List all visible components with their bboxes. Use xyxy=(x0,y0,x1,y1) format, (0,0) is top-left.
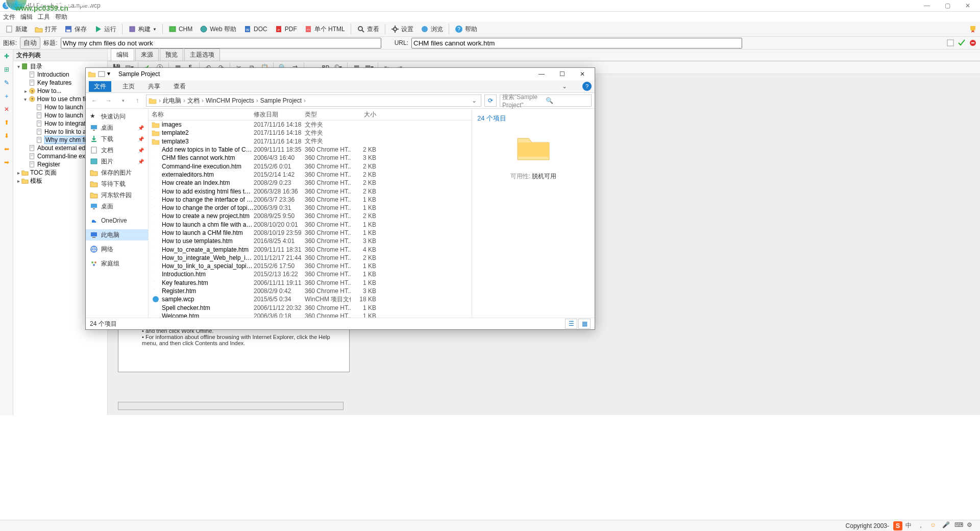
lbtn-delete[interactable]: ✕ xyxy=(2,105,11,114)
ribbon-共享[interactable]: 共享 xyxy=(146,81,162,92)
file-row[interactable]: template32017/11/16 14:18文件夹 xyxy=(149,137,472,146)
file-row[interactable]: Command-line execution.htm2015/2/6 0:013… xyxy=(149,162,472,170)
file-row[interactable]: How create an Index.htm2008/2/9 0:23360 … xyxy=(149,179,472,187)
nav-保存的图片[interactable]: 保存的图片 xyxy=(86,167,148,178)
file-row[interactable]: Welcome.htm2006/3/6 0:18360 Chrome HT...… xyxy=(149,312,472,318)
file-row[interactable]: How to launch a chm file with a speci...… xyxy=(149,221,472,229)
tb-new[interactable]: 新建 xyxy=(2,24,31,35)
col-size[interactable]: 大小 xyxy=(351,110,381,119)
tab-预览[interactable]: 预览 xyxy=(160,49,183,61)
lbtn-down[interactable]: ⬇ xyxy=(2,131,11,140)
explorer-navpane[interactable]: ★快速访问桌面📌下载📌文档📌图片📌保存的图片等待下载河东软件园桌面OneDriv… xyxy=(86,109,149,318)
maximize-button[interactable]: ▢ xyxy=(937,1,958,11)
file-row[interactable]: Add new topics in to Table of Conten...2… xyxy=(149,146,472,154)
nav-OneDrive[interactable]: OneDrive xyxy=(86,215,148,226)
explorer-max-button[interactable]: ☐ xyxy=(552,68,572,80)
nav-history-button[interactable]: ▾ xyxy=(117,95,129,106)
explorer-qat-icon[interactable] xyxy=(97,70,106,78)
nav-图片[interactable]: 图片📌 xyxy=(86,156,148,167)
menu-帮助[interactable]: 帮助 xyxy=(55,13,67,21)
files-header[interactable]: 名称 修改日期 类型 大小 xyxy=(149,109,472,120)
tray-mic-icon[interactable]: 🎤 xyxy=(942,521,951,530)
tb-save[interactable]: 保存 xyxy=(61,24,90,35)
refresh-button[interactable]: ⟳ xyxy=(484,94,497,107)
ribbon-查看[interactable]: 查看 xyxy=(172,81,188,92)
tray-keyboard-icon[interactable]: ⌨ xyxy=(954,521,964,530)
title-input[interactable] xyxy=(61,38,381,49)
ribbon-主页[interactable]: 主页 xyxy=(120,81,137,92)
nav-quick-access[interactable]: ★快速访问 xyxy=(86,111,148,122)
ribbon-文件[interactable]: 文件 xyxy=(89,81,111,92)
file-row[interactable]: How to change the order of topics.ht...2… xyxy=(149,204,472,212)
file-row[interactable]: How_to_create_a_template.htm2009/11/11 1… xyxy=(149,245,472,253)
file-row[interactable]: Introduction.htm2015/2/13 16:22360 Chrom… xyxy=(149,270,472,278)
breadcrumb[interactable]: ›此电脑›文档›WinCHM Projects›Sample Project›⌄ xyxy=(146,94,481,107)
col-type[interactable]: 类型 xyxy=(305,110,351,119)
tray-emoji-icon[interactable]: ☺ xyxy=(930,521,939,530)
tab-主题选项[interactable]: 主题选项 xyxy=(184,49,220,61)
nav-河东软件园[interactable]: 河东软件园 xyxy=(86,189,148,201)
nav-家庭组[interactable]: 家庭组 xyxy=(86,258,148,269)
nav-此电脑[interactable]: 此电脑 xyxy=(86,229,148,240)
explorer-titlebar[interactable]: ▾ Sample Project — ☐ ✕ xyxy=(86,68,595,80)
file-row[interactable]: How to create a new project.htm2008/9/25… xyxy=(149,212,472,220)
file-row[interactable]: How to use templates.htm2016/8/25 4:0136… xyxy=(149,237,472,245)
explorer-close-button[interactable]: ✕ xyxy=(572,68,593,80)
nav-文档[interactable]: 文档📌 xyxy=(86,144,148,156)
tray-settings-icon[interactable]: ⚙ xyxy=(967,521,976,530)
lbtn-left[interactable]: ⬅ xyxy=(2,144,11,154)
tb-settings[interactable]: 设置 xyxy=(388,24,416,35)
tray-ime-icon[interactable]: 中 xyxy=(905,521,915,530)
crumb-segment[interactable]: Sample Project xyxy=(260,97,302,104)
tray-sogou-icon[interactable]: S xyxy=(893,521,902,530)
explorer-min-button[interactable]: — xyxy=(531,68,552,80)
tb-run[interactable]: 运行 xyxy=(91,24,119,35)
lbtn-up[interactable]: ⬆ xyxy=(2,118,11,127)
tb-build[interactable]: 构建 ▼ xyxy=(125,24,160,35)
nav-桌面[interactable]: 桌面 xyxy=(86,201,148,212)
file-row[interactable]: CHM files cannot work.htm2006/4/3 16:403… xyxy=(149,154,472,162)
nav-网络[interactable]: 网络 xyxy=(86,244,148,255)
file-row[interactable]: template22017/11/16 14:18文件夹 xyxy=(149,129,472,137)
nav-back-button[interactable]: ← xyxy=(89,95,100,106)
tb-open[interactable]: 打开 xyxy=(32,24,60,35)
view-icons-button[interactable]: ▦ xyxy=(578,319,591,329)
url-cancel-icon[interactable] xyxy=(969,39,977,47)
menu-工具[interactable]: 工具 xyxy=(38,13,50,21)
minimize-button[interactable]: — xyxy=(917,1,937,11)
url-file-icon[interactable] xyxy=(946,39,954,47)
file-row[interactable]: How_to_link_to_a_special_topic_in_We...2… xyxy=(149,262,472,270)
menu-编辑[interactable]: 编辑 xyxy=(20,13,33,21)
tray-punct-icon[interactable]: ， xyxy=(918,521,927,530)
url-input[interactable] xyxy=(411,38,742,49)
ribbon-help-icon[interactable]: ? xyxy=(582,82,592,91)
ribbon-expand-icon[interactable]: ⌄ xyxy=(559,83,570,90)
nav-up-button[interactable]: ↑ xyxy=(132,95,143,106)
crumb-dropdown-icon[interactable]: ⌄ xyxy=(470,97,479,104)
tb-pdf[interactable]: PPDF xyxy=(272,24,300,34)
file-row[interactable]: How to change the interface of chm...200… xyxy=(149,196,472,204)
nav-下载[interactable]: 下载📌 xyxy=(86,133,148,144)
nav-等待下载[interactable]: 等待下载 xyxy=(86,178,148,189)
view-details-button[interactable]: ☰ xyxy=(565,319,577,329)
crumb-segment[interactable]: 此电脑 xyxy=(163,96,181,105)
crumb-segment[interactable]: WinCHM Projects xyxy=(206,97,254,104)
crumb-segment[interactable]: 文档 xyxy=(187,96,200,105)
col-name[interactable]: 名称 xyxy=(152,110,254,119)
explorer-files[interactable]: 名称 修改日期 类型 大小 images2017/11/16 14:18文件夹t… xyxy=(149,109,472,318)
lbtn-edit[interactable]: ✎ xyxy=(2,78,11,87)
url-ok-icon[interactable] xyxy=(958,39,966,47)
lbtn-add-page[interactable]: ✚ xyxy=(2,52,11,61)
file-row[interactable]: Spell checker.htm2006/11/12 20:32360 Chr… xyxy=(149,304,472,312)
tab-编辑[interactable]: 编辑 xyxy=(111,49,134,61)
tb-html[interactable]: <>单个 HTML xyxy=(301,24,348,35)
file-row[interactable]: sample.wcp2015/6/5 0:34WinCHM 项目文件18 KB xyxy=(149,295,472,303)
close-button[interactable]: ✕ xyxy=(958,1,978,11)
file-row[interactable]: images2017/11/16 14:18文件夹 xyxy=(149,120,472,129)
lbtn-plus[interactable]: ＋ xyxy=(2,91,11,101)
menu-文件[interactable]: 文件 xyxy=(3,13,15,21)
icon-auto-button[interactable]: 自动 xyxy=(20,37,40,49)
tb-browse[interactable]: 浏览 xyxy=(418,24,446,35)
hscrollbar[interactable] xyxy=(118,402,344,410)
file-row[interactable]: How to add existing html files to an ...… xyxy=(149,187,472,195)
